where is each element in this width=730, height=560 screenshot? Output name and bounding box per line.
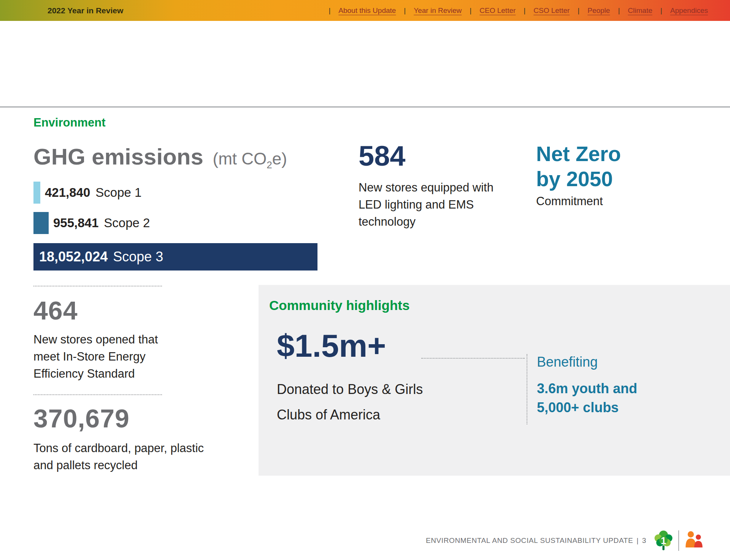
page-footer: ENVIRONMENTAL AND SOCIAL SUSTAINABILITY …	[426, 529, 705, 552]
ghg-chart-title: GHG emissions (mt CO2e)	[33, 144, 287, 171]
nav-separator: |	[321, 6, 338, 15]
nav-separator: |	[396, 6, 414, 15]
benefiting-desc: 3.6m youth and 5,000+ clubs	[537, 379, 659, 418]
scope3-bar: 18,052,024 Scope 3	[33, 243, 317, 271]
ghg-bar-row-scope3: 18,052,024 Scope 3	[33, 243, 317, 271]
nav-link-people[interactable]: People	[587, 6, 610, 15]
ghg-units-sub: 2	[267, 159, 272, 171]
ghg-units: (mt CO2e)	[213, 149, 287, 168]
benefiting-label: Benefiting	[537, 354, 598, 370]
nav-separator: |	[462, 6, 479, 15]
recycled-value: 370,679	[33, 403, 130, 433]
dollar-tree-logo: 1	[652, 529, 674, 552]
nav-link-year-in-review[interactable]: Year in Review	[414, 6, 462, 15]
nav-separator: |	[652, 6, 670, 15]
scope1-bar	[33, 182, 40, 204]
family-dollar-logo	[683, 529, 705, 552]
new-stores-value: 464	[33, 296, 78, 325]
donation-value: $1.5m+	[277, 327, 386, 364]
community-highlights-title: Community highlights	[269, 298, 409, 313]
header-divider	[0, 106, 730, 108]
led-stores-value: 584	[359, 140, 405, 172]
nav-link-ceo-letter[interactable]: CEO Letter	[479, 6, 516, 15]
nav-separator: |	[570, 6, 587, 15]
section-label-environment: Environment	[33, 116, 105, 130]
scope2-value: 955,841	[53, 216, 98, 230]
scope3-label: Scope 3	[113, 249, 163, 265]
community-highlights-panel: Community highlights $1.5m+ Donated to B…	[259, 285, 730, 476]
ghg-units-pre: (mt CO	[213, 149, 267, 168]
led-stores-desc: New stores equipped with LED lighting an…	[359, 179, 507, 231]
scope3-value: 18,052,024	[39, 249, 108, 265]
scope1-label: Scope 1	[95, 185, 141, 200]
nav-separator: |	[516, 6, 533, 15]
net-zero-subtitle: Commitment	[536, 195, 603, 208]
ghg-units-post: e)	[272, 149, 287, 168]
nav-separator: |	[610, 6, 628, 15]
dotted-divider	[33, 394, 162, 395]
report-title: 2022 Year in Review	[48, 0, 123, 21]
dotted-vertical-divider	[527, 354, 527, 424]
brand-logos: 1	[652, 529, 705, 552]
net-zero-title: Net Zero by 2050	[536, 141, 650, 191]
page-number: 3	[642, 536, 646, 544]
scope2-label: Scope 2	[104, 216, 150, 230]
scope1-value: 421,840	[45, 185, 90, 200]
nav-link-climate[interactable]: Climate	[628, 6, 652, 15]
new-stores-desc: New stores opened that meet In-Store Ene…	[33, 331, 178, 383]
footer-separator: |	[636, 536, 639, 544]
ghg-bar-row-scope1: 421,840 Scope 1	[33, 182, 141, 204]
logo-divider	[678, 530, 679, 551]
ghg-title-text: GHG emissions	[33, 144, 203, 169]
nav-link-cso-letter[interactable]: CSO Letter	[533, 6, 570, 15]
dotted-divider	[33, 286, 162, 286]
donation-desc: Donated to Boys & Girls Clubs of America	[277, 377, 455, 427]
svg-text:1: 1	[661, 535, 666, 546]
report-page: 2022 Year in Review | About this Update …	[0, 0, 730, 560]
nav-link-about-this-update[interactable]: About this Update	[338, 6, 396, 15]
footer-text: ENVIRONMENTAL AND SOCIAL SUSTAINABILITY …	[426, 536, 646, 545]
top-bar: 2022 Year in Review | About this Update …	[0, 0, 730, 21]
dotted-divider	[421, 358, 525, 359]
recycled-desc: Tons of cardboard, paper, plastic and pa…	[33, 440, 216, 474]
top-nav: | About this Update | Year in Review | C…	[321, 0, 708, 21]
footer-label: ENVIRONMENTAL AND SOCIAL SUSTAINABILITY …	[426, 536, 633, 544]
ghg-bar-row-scope2: 955,841 Scope 2	[33, 212, 150, 234]
scope2-bar	[33, 212, 49, 234]
nav-link-appendices[interactable]: Appendices	[670, 6, 708, 15]
